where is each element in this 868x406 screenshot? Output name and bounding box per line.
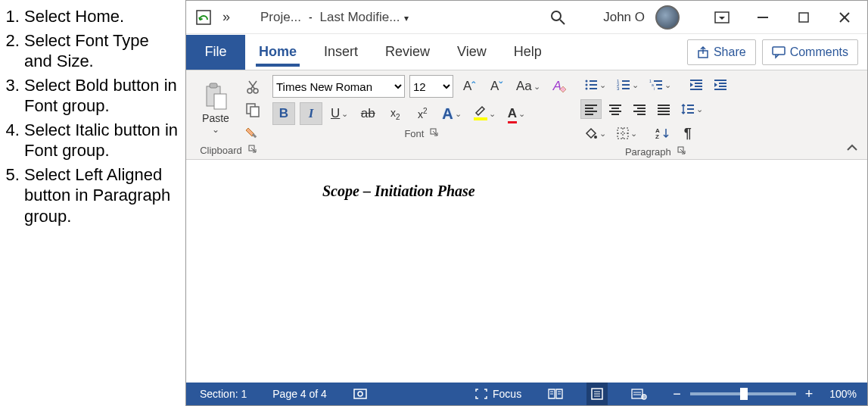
document-heading[interactable]: Scope – Initiation Phase xyxy=(322,183,475,200)
font-dialog-launcher[interactable] xyxy=(430,128,439,139)
svg-rect-74 xyxy=(354,389,366,398)
page-indicator[interactable]: Page 4 of 4 xyxy=(269,383,330,405)
last-modified-dropdown[interactable]: Last Modifie... xyxy=(320,10,409,25)
close-button[interactable] xyxy=(828,6,861,29)
paste-button[interactable]: Paste xyxy=(194,82,238,135)
justify-button[interactable] xyxy=(653,99,674,119)
paragraph-dialog-launcher[interactable] xyxy=(677,146,686,158)
zoom-out-button[interactable]: − xyxy=(670,383,684,405)
shrink-font-button[interactable]: Aˇ xyxy=(485,75,508,98)
svg-rect-9 xyxy=(773,47,785,55)
borders-button[interactable] xyxy=(613,123,641,143)
tab-home[interactable]: Home xyxy=(245,35,310,70)
align-left-button[interactable] xyxy=(580,99,602,119)
italic-button[interactable]: I xyxy=(300,102,322,125)
instruction-panel: Select Home. Select Font Type and Size. … xyxy=(0,0,185,406)
change-case-button[interactable]: Aa xyxy=(512,75,544,98)
copy-button[interactable] xyxy=(242,101,263,119)
tab-help[interactable]: Help xyxy=(500,35,555,70)
group-font: Times New Roman 12 Aˆ Aˇ Aa A B I U ab x… xyxy=(272,75,571,158)
subscript-button[interactable]: x2 xyxy=(384,102,406,125)
focus-mode-button[interactable]: Focus xyxy=(471,383,524,405)
collapse-ribbon-button[interactable] xyxy=(846,142,858,155)
focus-label: Focus xyxy=(493,388,521,400)
paint-bucket-icon xyxy=(584,127,598,139)
clear-formatting-button[interactable]: A xyxy=(549,75,571,98)
show-hide-button[interactable]: ¶ xyxy=(677,123,698,143)
font-color-button[interactable]: A xyxy=(504,102,529,125)
autosave-icon[interactable] xyxy=(192,6,215,29)
user-avatar[interactable] xyxy=(655,5,680,30)
search-button[interactable] xyxy=(543,6,573,29)
print-layout-button[interactable] xyxy=(586,383,608,405)
user-name[interactable]: John O xyxy=(603,10,645,25)
svg-point-75 xyxy=(358,392,362,396)
font-size-select[interactable]: 12 xyxy=(409,75,453,98)
share-icon xyxy=(697,46,709,58)
ribbon-mode-button[interactable] xyxy=(705,6,739,29)
svg-line-2 xyxy=(560,20,565,24)
zoom-in-button[interactable]: + xyxy=(802,383,817,405)
svg-point-24 xyxy=(585,84,587,86)
svg-rect-68 xyxy=(618,128,628,139)
instruction-step: Select Bold button in Font group. xyxy=(24,75,179,117)
svg-rect-12 xyxy=(214,94,226,109)
tab-review[interactable]: Review xyxy=(372,35,443,70)
share-button[interactable]: Share xyxy=(687,39,756,65)
record-macro-icon xyxy=(353,388,368,400)
macro-recording-button[interactable] xyxy=(350,383,371,405)
svg-point-1 xyxy=(552,11,561,20)
maximize-button[interactable] xyxy=(787,6,820,29)
grow-font-button[interactable]: Aˆ xyxy=(458,75,481,98)
svg-point-14 xyxy=(254,89,258,93)
svg-rect-84 xyxy=(632,389,642,398)
bullets-button[interactable] xyxy=(580,75,610,95)
zoom-slider[interactable] xyxy=(690,392,796,395)
qat-overflow-button[interactable]: » xyxy=(222,9,230,25)
bold-button[interactable]: B xyxy=(272,102,295,125)
web-layout-button[interactable] xyxy=(627,383,650,405)
clipboard-dialog-launcher[interactable] xyxy=(248,145,257,156)
tab-file[interactable]: File xyxy=(186,35,245,70)
brush-icon xyxy=(245,125,260,140)
zoom-slider-thumb[interactable] xyxy=(740,388,748,400)
word-window: » Proje... - Last Modifie... John O File… xyxy=(185,0,868,406)
align-center-button[interactable] xyxy=(605,99,626,119)
strikethrough-button[interactable]: ab xyxy=(356,102,379,125)
section-indicator[interactable]: Section: 1 xyxy=(197,383,250,405)
group-paragraph: 123 1ai xyxy=(580,75,731,158)
paste-icon xyxy=(201,82,231,112)
cut-button[interactable] xyxy=(242,78,263,96)
minimize-button[interactable] xyxy=(746,6,779,29)
document-name[interactable]: Proje... xyxy=(260,10,301,25)
svg-text:i: i xyxy=(654,86,655,91)
scissors-icon xyxy=(246,80,260,95)
decrease-indent-button[interactable] xyxy=(686,75,707,95)
svg-point-13 xyxy=(247,89,252,93)
zoom-percent[interactable]: 100% xyxy=(829,388,857,400)
read-mode-icon xyxy=(547,388,564,400)
focus-icon xyxy=(474,388,488,400)
format-painter-button[interactable] xyxy=(242,123,263,142)
increase-indent-button[interactable] xyxy=(710,75,731,95)
numbering-button[interactable]: 123 xyxy=(613,75,642,95)
underline-button[interactable]: U xyxy=(327,102,352,125)
tab-view[interactable]: View xyxy=(443,35,500,70)
sort-button[interactable]: AZ xyxy=(652,123,674,143)
align-right-button[interactable] xyxy=(629,99,650,119)
read-mode-button[interactable] xyxy=(544,383,567,405)
document-area[interactable]: Scope – Initiation Phase xyxy=(186,160,867,383)
line-spacing-button[interactable] xyxy=(677,99,707,119)
multilevel-list-button[interactable]: 1ai xyxy=(646,75,675,95)
svg-point-22 xyxy=(585,80,587,83)
tab-insert[interactable]: Insert xyxy=(310,35,372,70)
svg-rect-18 xyxy=(250,107,259,117)
comments-label: Comments xyxy=(790,45,848,59)
highlight-button[interactable] xyxy=(470,102,499,125)
shading-button[interactable] xyxy=(580,123,610,143)
comments-button[interactable]: Comments xyxy=(762,39,858,65)
font-name-select[interactable]: Times New Roman xyxy=(272,75,405,98)
superscript-button[interactable]: x2 xyxy=(411,102,434,125)
ribbon-tabstrip: File Home Insert Review View Help Share … xyxy=(186,34,867,70)
text-effects-button[interactable]: A xyxy=(438,102,465,125)
